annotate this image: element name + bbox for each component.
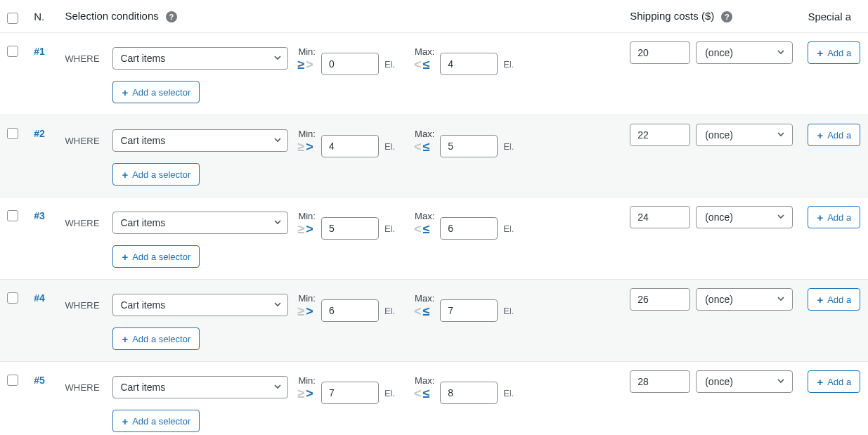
- plus-icon: +: [817, 294, 823, 305]
- gte-toggle[interactable]: ≥: [297, 305, 305, 318]
- where-label: WHERE: [65, 136, 107, 146]
- gte-toggle[interactable]: ≥: [297, 387, 305, 400]
- max-label: Max:: [413, 375, 434, 386]
- gt-toggle[interactable]: >: [305, 387, 314, 400]
- add-action-button[interactable]: + Add a: [808, 41, 860, 64]
- lt-toggle[interactable]: <: [413, 305, 422, 318]
- add-selector-button[interactable]: + Add a selector: [112, 327, 200, 350]
- add-selector-button[interactable]: + Add a selector: [112, 81, 200, 103]
- rule-row: #2 WHERE Cart items Min: ≥> El.: [0, 115, 868, 158]
- gt-toggle[interactable]: >: [305, 141, 314, 153]
- plus-icon: +: [122, 169, 128, 180]
- max-input[interactable]: [440, 135, 498, 157]
- row-number[interactable]: #5: [34, 370, 45, 386]
- chevron-down-icon: [273, 299, 282, 311]
- min-input[interactable]: [321, 135, 379, 157]
- selector-dropdown[interactable]: Cart items: [112, 129, 288, 152]
- gt-toggle[interactable]: >: [305, 58, 314, 71]
- cost-input[interactable]: [630, 370, 690, 393]
- selector-dropdown[interactable]: Cart items: [112, 376, 288, 398]
- frequency-dropdown[interactable]: (once): [696, 370, 793, 393]
- where-label: WHERE: [65, 218, 107, 228]
- row-checkbox[interactable]: [7, 292, 18, 304]
- min-unit: El.: [384, 223, 395, 234]
- lte-toggle[interactable]: ≤: [422, 305, 431, 318]
- help-icon[interactable]: ?: [721, 11, 732, 22]
- min-unit: El.: [384, 306, 395, 316]
- frequency-dropdown[interactable]: (once): [696, 206, 793, 228]
- select-all-checkbox[interactable]: [7, 13, 18, 24]
- lte-toggle[interactable]: ≤: [422, 141, 431, 153]
- max-input[interactable]: [440, 53, 498, 75]
- min-input[interactable]: [321, 53, 379, 75]
- selector-dropdown[interactable]: Cart items: [112, 47, 288, 70]
- gt-toggle[interactable]: >: [305, 305, 314, 318]
- lte-toggle[interactable]: ≤: [422, 223, 431, 235]
- max-unit: El.: [503, 223, 514, 234]
- chevron-down-icon: [273, 53, 282, 64]
- min-input[interactable]: [321, 382, 379, 404]
- max-input[interactable]: [440, 382, 498, 404]
- rule-row: #4 WHERE Cart items Min: ≥> El.: [0, 280, 868, 323]
- selector-row: + Add a selector: [0, 240, 868, 280]
- max-label: Max:: [413, 211, 434, 221]
- selector-row: + Add a selector: [0, 404, 868, 435]
- max-input[interactable]: [440, 299, 498, 322]
- frequency-dropdown[interactable]: (once): [696, 41, 793, 64]
- max-unit: El.: [503, 388, 514, 398]
- row-checkbox[interactable]: [7, 46, 18, 57]
- min-label: Min:: [297, 293, 316, 304]
- cost-input[interactable]: [630, 206, 690, 228]
- shipping-rules-table: N. Selection conditions ? Shipping costs…: [0, 0, 868, 435]
- chevron-down-icon: [273, 217, 282, 228]
- add-action-button[interactable]: + Add a: [808, 370, 860, 393]
- cost-input[interactable]: [630, 288, 690, 311]
- min-label: Min:: [297, 46, 316, 57]
- lt-toggle[interactable]: <: [413, 387, 422, 400]
- gte-toggle[interactable]: ≥: [297, 141, 305, 153]
- row-checkbox[interactable]: [7, 375, 18, 386]
- selector-row: + Add a selector: [0, 322, 868, 362]
- chevron-down-icon: [273, 382, 282, 393]
- row-number[interactable]: #2: [34, 124, 45, 139]
- min-input[interactable]: [321, 299, 379, 322]
- lte-toggle[interactable]: ≤: [422, 387, 431, 400]
- plus-icon: +: [122, 252, 128, 262]
- min-input[interactable]: [321, 217, 379, 240]
- max-unit: El.: [503, 141, 514, 152]
- add-selector-button[interactable]: + Add a selector: [112, 245, 200, 268]
- row-number[interactable]: #1: [34, 41, 45, 57]
- help-icon[interactable]: ?: [166, 11, 177, 22]
- selector-dropdown[interactable]: Cart items: [112, 294, 288, 316]
- lt-toggle[interactable]: <: [413, 141, 422, 153]
- frequency-dropdown[interactable]: (once): [696, 124, 793, 146]
- row-checkbox[interactable]: [7, 128, 18, 139]
- gt-toggle[interactable]: >: [305, 223, 314, 235]
- add-selector-button[interactable]: + Add a selector: [112, 410, 200, 432]
- selector-dropdown[interactable]: Cart items: [112, 212, 288, 234]
- row-number[interactable]: #3: [34, 206, 45, 221]
- max-label: Max:: [413, 293, 434, 304]
- max-input[interactable]: [440, 217, 498, 240]
- where-label: WHERE: [65, 53, 107, 64]
- selector-row: + Add a selector: [0, 75, 868, 115]
- gte-toggle[interactable]: ≥: [297, 223, 305, 235]
- cost-input[interactable]: [630, 124, 690, 146]
- add-action-button[interactable]: + Add a: [808, 124, 860, 146]
- cost-input[interactable]: [630, 41, 690, 64]
- gte-toggle[interactable]: ≥: [297, 58, 305, 71]
- rule-row: #1 WHERE Cart items Min: ≥> El.: [0, 33, 868, 76]
- add-action-button[interactable]: + Add a: [808, 288, 860, 311]
- chevron-down-icon: [777, 212, 785, 223]
- lt-toggle[interactable]: <: [413, 223, 422, 235]
- row-number[interactable]: #4: [34, 288, 45, 304]
- min-label: Min:: [297, 129, 316, 139]
- add-selector-button[interactable]: + Add a selector: [112, 163, 200, 186]
- max-label: Max:: [413, 46, 434, 57]
- row-checkbox[interactable]: [7, 210, 18, 221]
- chevron-down-icon: [777, 294, 785, 305]
- add-action-button[interactable]: + Add a: [808, 206, 860, 228]
- frequency-dropdown[interactable]: (once): [696, 288, 793, 311]
- lt-toggle[interactable]: <: [413, 58, 422, 71]
- lte-toggle[interactable]: ≤: [422, 58, 431, 71]
